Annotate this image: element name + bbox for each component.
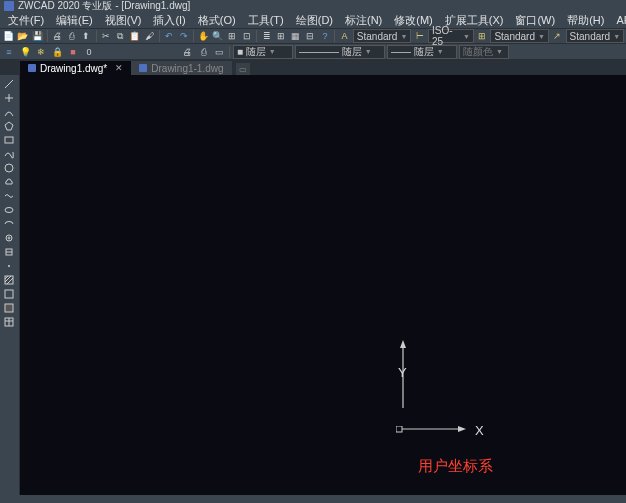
plot-icon[interactable]: ⎙ bbox=[196, 45, 210, 59]
menu-insert[interactable]: 插入(I) bbox=[147, 12, 191, 29]
paste-icon[interactable]: 📋 bbox=[129, 29, 142, 43]
svg-marker-3 bbox=[5, 122, 13, 130]
color-value: 随颜色 bbox=[463, 45, 493, 59]
ellipse-tool-icon[interactable] bbox=[0, 203, 18, 217]
menu-format[interactable]: 格式(O) bbox=[192, 12, 242, 29]
ray-tool-icon[interactable] bbox=[0, 91, 18, 105]
tablestyle-icon[interactable]: ⊞ bbox=[476, 29, 489, 43]
svg-rect-25 bbox=[396, 426, 402, 432]
chevron-down-icon: ▼ bbox=[613, 33, 620, 40]
line-tool-icon[interactable] bbox=[0, 77, 18, 91]
spline-tool-icon[interactable] bbox=[0, 147, 18, 161]
style4-dropdown[interactable]: Standard ▼ bbox=[566, 29, 625, 43]
chevron-down-icon: ▼ bbox=[269, 48, 276, 55]
tab-add-button[interactable]: ▭ bbox=[236, 63, 250, 75]
menu-dimension[interactable]: 标注(N) bbox=[339, 12, 388, 29]
block-tool-icon[interactable] bbox=[0, 245, 18, 259]
svg-rect-16 bbox=[5, 290, 13, 298]
svg-line-0 bbox=[5, 80, 13, 88]
tool-palette-icon[interactable]: ▦ bbox=[290, 29, 303, 43]
design-center-icon[interactable]: ⊞ bbox=[275, 29, 288, 43]
menu-edit[interactable]: 编辑(E) bbox=[50, 12, 99, 29]
copy-icon[interactable]: ⧉ bbox=[114, 29, 127, 43]
ucs-x-label: X bbox=[475, 423, 484, 438]
print-icon[interactable]: 🖨 bbox=[51, 29, 64, 43]
tab-label: Drawing1.dwg* bbox=[40, 63, 107, 74]
svg-rect-4 bbox=[5, 137, 13, 143]
chevron-down-icon: ▼ bbox=[365, 48, 372, 55]
publish-icon[interactable]: ⬆ bbox=[80, 29, 93, 43]
undo-icon[interactable]: ↶ bbox=[163, 29, 176, 43]
layer-props-icon[interactable]: ≡ bbox=[2, 45, 16, 59]
layer-on-icon[interactable]: 💡 bbox=[18, 45, 32, 59]
menu-window[interactable]: 窗口(W) bbox=[509, 12, 561, 29]
drawing-canvas[interactable]: Y X 用户坐标系 bbox=[20, 75, 626, 495]
table-tool-icon[interactable] bbox=[0, 315, 18, 329]
lineweight-dropdown[interactable]: —— 随层 ▼ bbox=[387, 45, 457, 59]
cloud-tool-icon[interactable] bbox=[0, 175, 18, 189]
toolbar-1: 📄 📂 💾 🖨 ⎙ ⬆ ✂ ⧉ 📋 🖌 ↶ ↷ ✋ 🔍 ⊞ ⊡ ≣ ⊞ ▦ ⊟ … bbox=[0, 28, 626, 44]
tablestyle-dropdown[interactable]: Standard ▼ bbox=[490, 29, 549, 43]
svg-point-6 bbox=[5, 208, 13, 213]
new-icon[interactable]: 📄 bbox=[2, 29, 15, 43]
textstyle-dropdown[interactable]: Standard ▼ bbox=[353, 29, 412, 43]
chevron-down-icon: ▼ bbox=[496, 48, 503, 55]
layer-freeze-icon[interactable]: ❄ bbox=[34, 45, 48, 59]
properties-icon[interactable]: ≣ bbox=[260, 29, 273, 43]
zoom-win-icon[interactable]: ⊞ bbox=[226, 29, 239, 43]
menu-help[interactable]: 帮助(H) bbox=[561, 12, 610, 29]
tab-drawing1[interactable]: Drawing1.dwg* ✕ bbox=[20, 61, 131, 75]
svg-point-8 bbox=[8, 237, 10, 239]
pan-icon[interactable]: ✋ bbox=[197, 29, 210, 43]
close-icon[interactable]: ✕ bbox=[115, 63, 123, 73]
ucs-x-axis-icon bbox=[396, 426, 466, 436]
rect-tool-icon[interactable] bbox=[0, 133, 18, 147]
color-dropdown[interactable]: 随颜色 ▼ bbox=[459, 45, 509, 59]
hatch-tool-icon[interactable] bbox=[0, 273, 18, 287]
menu-file[interactable]: 文件(F) bbox=[2, 12, 50, 29]
textstyle-icon[interactable]: A bbox=[338, 29, 351, 43]
layer-zero: 0 bbox=[86, 47, 91, 57]
layer-value: ■ 随层 bbox=[237, 45, 266, 59]
svg-marker-24 bbox=[458, 426, 466, 432]
menu-tools[interactable]: 工具(T) bbox=[242, 12, 290, 29]
textstyle-value: Standard bbox=[357, 31, 398, 42]
open-icon[interactable]: 📂 bbox=[17, 29, 30, 43]
tab-drawing1-1[interactable]: Drawing1-1.dwg bbox=[131, 61, 231, 75]
layer-dropdown[interactable]: ■ 随层 ▼ bbox=[233, 45, 293, 59]
preview-icon[interactable]: ⎙ bbox=[65, 29, 78, 43]
dimstyle-dropdown[interactable]: ISO-25 ▼ bbox=[428, 29, 474, 43]
menu-app[interactable]: APP+ bbox=[610, 13, 626, 27]
donut-tool-icon[interactable] bbox=[0, 231, 18, 245]
redo-icon[interactable]: ↷ bbox=[177, 29, 190, 43]
linetype-dropdown[interactable]: ———— 随层 ▼ bbox=[295, 45, 385, 59]
save-icon[interactable]: 💾 bbox=[31, 29, 44, 43]
wave-tool-icon[interactable] bbox=[0, 189, 18, 203]
print-icon-2[interactable]: 🖨 bbox=[180, 45, 194, 59]
match-icon[interactable]: 🖌 bbox=[143, 29, 156, 43]
circle-tool-icon[interactable] bbox=[0, 161, 18, 175]
point-tool-icon[interactable] bbox=[0, 259, 18, 273]
ellipse-arc-tool-icon[interactable] bbox=[0, 217, 18, 231]
gradient-tool-icon[interactable] bbox=[0, 287, 18, 301]
layer-color-icon[interactable]: ■ bbox=[66, 45, 80, 59]
mleader-icon[interactable]: ↗ bbox=[551, 29, 564, 43]
statusbar bbox=[0, 495, 626, 503]
layer-num-icon[interactable]: 0 bbox=[82, 45, 96, 59]
zoom-rt-icon[interactable]: 🔍 bbox=[212, 29, 225, 43]
calc-icon[interactable]: ⊟ bbox=[304, 29, 317, 43]
cut-icon[interactable]: ✂ bbox=[99, 29, 112, 43]
svg-point-5 bbox=[5, 164, 13, 172]
arc-tool-icon[interactable] bbox=[0, 105, 18, 119]
separator bbox=[334, 30, 335, 42]
help-icon[interactable]: ? bbox=[319, 29, 332, 43]
page-icon[interactable]: ▭ bbox=[212, 45, 226, 59]
layer-lock-icon[interactable]: 🔒 bbox=[50, 45, 64, 59]
menu-draw[interactable]: 绘图(D) bbox=[290, 12, 339, 29]
menu-view[interactable]: 视图(V) bbox=[99, 12, 148, 29]
polygon-tool-icon[interactable] bbox=[0, 119, 18, 133]
svg-point-7 bbox=[6, 235, 12, 241]
zoom-prev-icon[interactable]: ⊡ bbox=[241, 29, 254, 43]
dimstyle-icon[interactable]: ⊢ bbox=[413, 29, 426, 43]
region-tool-icon[interactable] bbox=[0, 301, 18, 315]
